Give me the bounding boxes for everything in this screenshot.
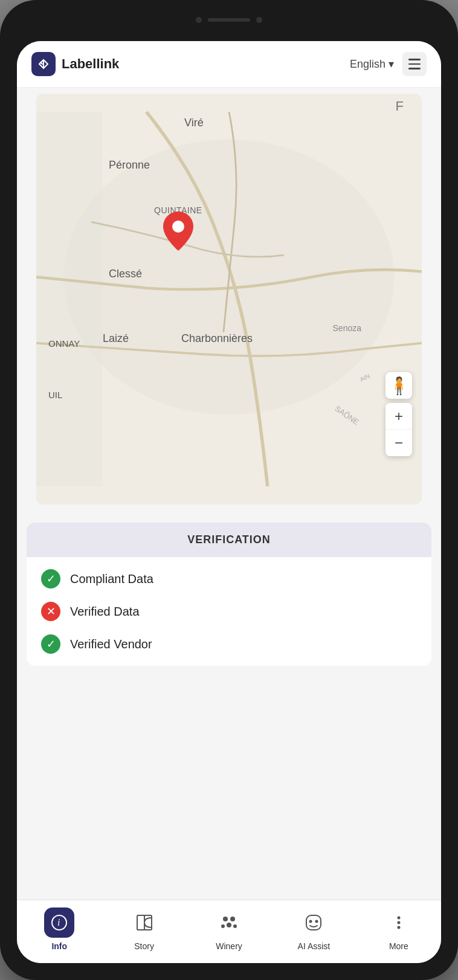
map-zoom-controls: + − [385,403,412,456]
nav-icon-ai-assist [298,907,329,938]
map-container[interactable]: SAÔNE AIN Viré F Péronne QUINTAINE Cless… [36,94,422,505]
logo-area: Labellink [31,52,119,76]
verification-title: VERIFICATION [187,534,271,546]
nav-icon-story [129,907,160,938]
svg-point-18 [397,921,400,924]
camera-sensor [256,17,262,23]
nav-label-more: More [389,941,408,951]
app-header: Labellink English ▾ [17,41,441,88]
nav-icon-info-active: i [44,907,74,938]
phone-screen: Labellink English ▾ [17,41,441,963]
app-logo-icon [31,52,56,76]
header-controls: English ▾ [350,52,427,76]
map-label-onnay: ONNAY [48,338,80,349]
svg-text:i: i [57,917,60,927]
nav-label-story: Story [134,941,154,951]
verification-item-1: ✕Verified Data [41,602,417,621]
language-chevron: ▾ [389,57,394,71]
verification-text-2: Verified Vendor [70,637,152,651]
nav-item-winery[interactable]: Winery [187,907,271,951]
map-label-peronne: Péronne [109,159,150,172]
svg-point-16 [315,920,318,923]
svg-point-17 [397,917,400,920]
menu-line-1 [408,59,421,60]
map-label-senoza: Senoza [333,323,361,333]
map-label-clesse: Clessé [109,268,142,280]
svg-point-11 [227,923,231,927]
svg-point-19 [397,926,400,929]
svg-point-5 [172,221,184,233]
camera-front [196,17,202,23]
svg-rect-14 [306,915,321,930]
verification-icon-1: ✕ [41,602,60,621]
nav-item-info[interactable]: i Info [17,907,102,951]
app-name: Labellink [62,56,119,72]
map-label-charbonnieres: Charbonnières [181,332,253,345]
nav-icon-more [384,907,414,938]
nav-label-winery: Winery [216,941,242,951]
verification-list: ✓Compliant Data✕Verified Data✓Verified V… [27,557,431,666]
street-view-button[interactable]: 🧍 [385,372,412,399]
svg-point-15 [309,920,312,923]
svg-point-13 [233,924,237,928]
map-label-vire: Viré [184,117,204,129]
svg-rect-2 [36,112,102,486]
phone-notch [175,11,283,29]
language-label: English [350,58,385,71]
bottom-navigation: i Info Story [17,900,441,963]
nav-item-ai-assist[interactable]: AI Assist [271,907,356,951]
verification-header: VERIFICATION [27,523,431,557]
svg-point-10 [230,917,235,921]
nav-icon-winery [214,907,244,938]
verification-icon-0: ✓ [41,569,60,588]
svg-point-9 [223,917,228,921]
zoom-out-button[interactable]: − [385,430,412,456]
menu-line-3 [408,68,421,69]
nav-item-story[interactable]: Story [102,907,186,951]
nav-label-ai-assist: AI Assist [298,941,331,951]
map-svg: SAÔNE AIN [36,94,422,505]
verification-icon-2: ✓ [41,634,60,654]
content-area: SAÔNE AIN Viré F Péronne QUINTAINE Cless… [17,88,441,900]
speaker [208,18,250,22]
map-label-uil: UIL [48,390,62,400]
nav-label-info: Info [51,941,67,951]
verification-text-1: Verified Data [70,605,140,619]
language-selector[interactable]: English ▾ [350,57,394,71]
map-label-laize: Laizé [103,332,129,345]
map-pin [163,211,193,248]
phone-frame: Labellink English ▾ [0,0,458,980]
menu-line-2 [408,63,421,65]
menu-button[interactable] [402,52,427,76]
street-view-icon: 🧍 [389,376,410,396]
verification-card: VERIFICATION ✓Compliant Data✕Verified Da… [27,523,431,666]
verification-item-0: ✓Compliant Data [41,569,417,588]
verification-text-0: Compliant Data [70,572,153,586]
nav-item-more[interactable]: More [356,907,441,951]
map-label-f: F [396,98,404,114]
verification-item-2: ✓Verified Vendor [41,634,417,654]
zoom-in-button[interactable]: + [385,403,412,430]
svg-point-12 [221,924,225,928]
